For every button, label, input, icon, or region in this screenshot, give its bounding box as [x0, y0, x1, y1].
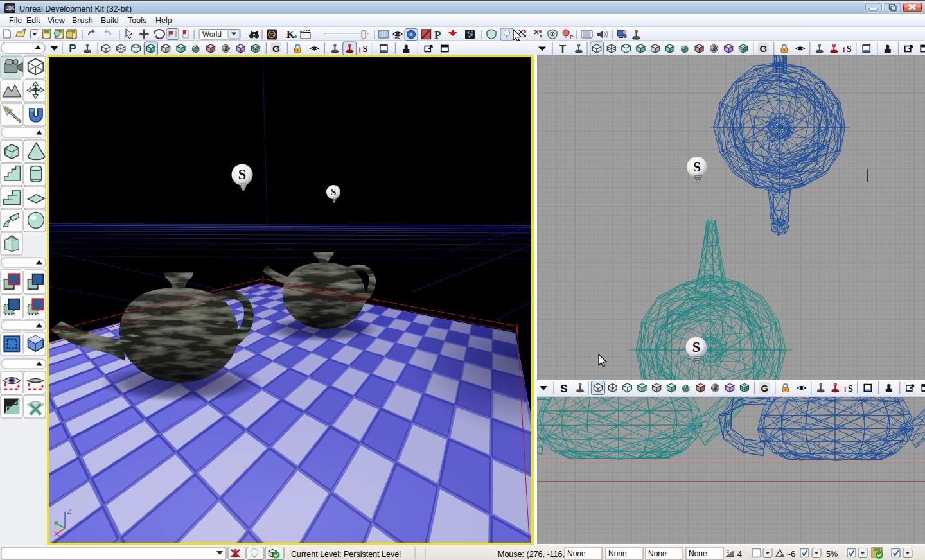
svg-text:None: None	[648, 549, 667, 558]
svg-text:G: G	[761, 383, 768, 394]
svg-text:P: P	[434, 29, 441, 41]
svg-text:G: G	[272, 43, 280, 54]
svg-text:P: P	[570, 34, 574, 40]
svg-text:Mouse: (276, -116, 0: Mouse: (276, -116, 0	[498, 550, 571, 559]
svg-text:UDK: UDK	[5, 6, 14, 10]
svg-text:4: 4	[737, 550, 742, 559]
svg-text:T: T	[33, 87, 38, 94]
svg-text:None: None	[689, 549, 707, 558]
svg-text:S: S	[692, 339, 700, 355]
svg-text:None: None	[608, 549, 627, 558]
svg-text:G: G	[759, 43, 767, 54]
svg-text:~6: ~6	[786, 550, 795, 559]
svg-text:Current Level: Persistent Lev: Current Level: Persistent Level	[291, 550, 401, 559]
svg-text:Unreal Development Kit (32-bit: Unreal Development Kit (32-bit)	[19, 4, 132, 13]
svg-text:P: P	[69, 42, 76, 55]
svg-text:K: K	[286, 29, 295, 40]
svg-text:5%: 5%	[826, 550, 838, 559]
svg-text:PIE: PIE	[395, 36, 401, 40]
svg-text:S: S	[693, 159, 701, 175]
svg-text:None: None	[567, 549, 586, 558]
svg-text:Z: Z	[67, 508, 71, 515]
svg-text:T: T	[559, 43, 567, 55]
svg-text:World: World	[202, 30, 222, 38]
svg-text:S: S	[331, 187, 336, 197]
svg-text:S: S	[560, 383, 567, 395]
svg-text:S: S	[238, 166, 246, 182]
